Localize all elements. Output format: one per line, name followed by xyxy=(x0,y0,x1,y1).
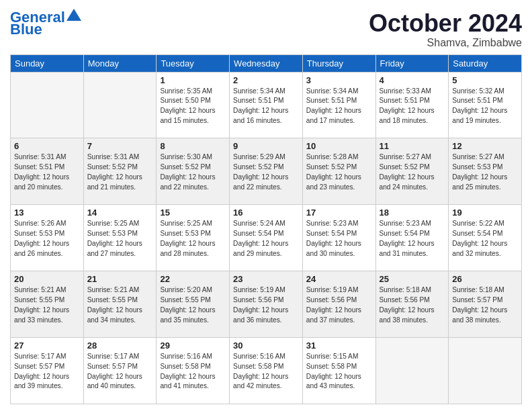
calendar-day-cell: 29Sunrise: 5:16 AMSunset: 5:58 PMDayligh… xyxy=(157,338,230,404)
day-number: 23 xyxy=(233,274,299,284)
day-number: 5 xyxy=(452,75,518,85)
day-info: Sunrise: 5:28 AMSunset: 5:52 PMDaylight:… xyxy=(306,152,372,192)
day-header-monday: Monday xyxy=(83,54,157,72)
calendar-day-cell: 13Sunrise: 5:26 AMSunset: 5:53 PMDayligh… xyxy=(11,205,84,271)
calendar-day-cell: 28Sunrise: 5:17 AMSunset: 5:57 PMDayligh… xyxy=(83,338,157,404)
day-info: Sunrise: 5:20 AMSunset: 5:55 PMDaylight:… xyxy=(160,285,226,325)
calendar-day-cell: 21Sunrise: 5:21 AMSunset: 5:55 PMDayligh… xyxy=(83,271,157,338)
day-number: 24 xyxy=(306,274,372,284)
day-info: Sunrise: 5:30 AMSunset: 5:52 PMDaylight:… xyxy=(160,152,226,192)
day-number: 16 xyxy=(233,208,299,218)
day-info: Sunrise: 5:25 AMSunset: 5:53 PMDaylight:… xyxy=(160,219,226,259)
calendar-table: SundayMondayTuesdayWednesdayThursdayFrid… xyxy=(10,54,522,404)
calendar-day-cell: 12Sunrise: 5:27 AMSunset: 5:53 PMDayligh… xyxy=(449,138,522,205)
day-number: 12 xyxy=(452,141,518,151)
title-area: October 2024 Shamva, Zimbabwe xyxy=(369,10,522,49)
calendar-day-cell: 11Sunrise: 5:27 AMSunset: 5:52 PMDayligh… xyxy=(375,138,449,205)
calendar-day-cell: 6Sunrise: 5:31 AMSunset: 5:51 PMDaylight… xyxy=(11,138,84,205)
calendar-day-cell: 23Sunrise: 5:19 AMSunset: 5:56 PMDayligh… xyxy=(230,271,303,338)
calendar-header-row: SundayMondayTuesdayWednesdayThursdayFrid… xyxy=(11,54,522,72)
day-info: Sunrise: 5:16 AMSunset: 5:58 PMDaylight:… xyxy=(233,352,299,392)
calendar-day-cell: 14Sunrise: 5:25 AMSunset: 5:53 PMDayligh… xyxy=(83,205,157,271)
day-number: 20 xyxy=(14,274,80,284)
day-info: Sunrise: 5:21 AMSunset: 5:55 PMDaylight:… xyxy=(87,285,153,325)
day-info: Sunrise: 5:27 AMSunset: 5:52 PMDaylight:… xyxy=(380,152,445,192)
day-number: 6 xyxy=(14,141,80,151)
day-info: Sunrise: 5:16 AMSunset: 5:58 PMDaylight:… xyxy=(160,352,226,392)
svg-marker-0 xyxy=(66,9,81,21)
calendar-day-cell: 2Sunrise: 5:34 AMSunset: 5:51 PMDaylight… xyxy=(230,72,303,138)
header: General Blue October 2024 Shamva, Zimbab… xyxy=(10,10,522,49)
day-number: 30 xyxy=(233,340,299,351)
location-subtitle: Shamva, Zimbabwe xyxy=(369,37,522,49)
calendar-day-cell: 10Sunrise: 5:28 AMSunset: 5:52 PMDayligh… xyxy=(302,138,375,205)
calendar-day-cell: 9Sunrise: 5:29 AMSunset: 5:52 PMDaylight… xyxy=(230,138,303,205)
day-info: Sunrise: 5:34 AMSunset: 5:51 PMDaylight:… xyxy=(233,87,299,126)
day-info: Sunrise: 5:29 AMSunset: 5:52 PMDaylight:… xyxy=(233,152,299,192)
day-info: Sunrise: 5:31 AMSunset: 5:52 PMDaylight:… xyxy=(87,152,153,192)
day-info: Sunrise: 5:34 AMSunset: 5:51 PMDaylight:… xyxy=(306,87,372,126)
day-info: Sunrise: 5:25 AMSunset: 5:53 PMDaylight:… xyxy=(87,219,153,259)
page: General Blue October 2024 Shamva, Zimbab… xyxy=(0,0,532,411)
calendar-day-cell xyxy=(375,338,449,404)
day-number: 19 xyxy=(452,208,518,218)
day-number: 29 xyxy=(160,340,226,351)
day-number: 3 xyxy=(306,75,372,85)
month-title: October 2024 xyxy=(369,10,522,37)
day-info: Sunrise: 5:24 AMSunset: 5:54 PMDaylight:… xyxy=(233,219,299,259)
day-number: 17 xyxy=(306,208,372,218)
day-info: Sunrise: 5:21 AMSunset: 5:55 PMDaylight:… xyxy=(14,285,80,325)
calendar-day-cell: 19Sunrise: 5:22 AMSunset: 5:54 PMDayligh… xyxy=(449,205,522,271)
logo: General Blue xyxy=(10,10,81,37)
calendar-week-row: 1Sunrise: 5:35 AMSunset: 5:50 PMDaylight… xyxy=(11,72,522,138)
calendar-day-cell xyxy=(83,72,157,138)
calendar-day-cell: 5Sunrise: 5:32 AMSunset: 5:51 PMDaylight… xyxy=(449,72,522,138)
day-info: Sunrise: 5:15 AMSunset: 5:58 PMDaylight:… xyxy=(306,352,372,392)
day-number: 11 xyxy=(380,141,445,151)
calendar-day-cell xyxy=(449,338,522,404)
day-number: 27 xyxy=(14,340,80,351)
day-number: 28 xyxy=(87,340,153,351)
day-info: Sunrise: 5:35 AMSunset: 5:50 PMDaylight:… xyxy=(160,87,226,126)
day-info: Sunrise: 5:18 AMSunset: 5:57 PMDaylight:… xyxy=(452,285,518,325)
calendar-week-row: 6Sunrise: 5:31 AMSunset: 5:51 PMDaylight… xyxy=(11,138,522,205)
calendar-day-cell: 24Sunrise: 5:19 AMSunset: 5:56 PMDayligh… xyxy=(302,271,375,338)
day-number: 14 xyxy=(87,208,153,218)
day-number: 1 xyxy=(160,75,226,85)
day-info: Sunrise: 5:17 AMSunset: 5:57 PMDaylight:… xyxy=(87,352,153,392)
calendar-day-cell: 4Sunrise: 5:33 AMSunset: 5:51 PMDaylight… xyxy=(375,72,449,138)
calendar-week-row: 20Sunrise: 5:21 AMSunset: 5:55 PMDayligh… xyxy=(11,271,522,338)
day-number: 10 xyxy=(306,141,372,151)
logo-blue-text: Blue xyxy=(10,21,42,38)
day-info: Sunrise: 5:23 AMSunset: 5:54 PMDaylight:… xyxy=(380,219,445,259)
calendar-day-cell: 8Sunrise: 5:30 AMSunset: 5:52 PMDaylight… xyxy=(157,138,230,205)
day-header-sunday: Sunday xyxy=(11,54,84,72)
day-number: 7 xyxy=(87,141,153,151)
day-number: 31 xyxy=(306,340,372,351)
day-number: 25 xyxy=(380,274,445,284)
day-info: Sunrise: 5:27 AMSunset: 5:53 PMDaylight:… xyxy=(452,152,518,192)
calendar-day-cell: 31Sunrise: 5:15 AMSunset: 5:58 PMDayligh… xyxy=(302,338,375,404)
day-info: Sunrise: 5:26 AMSunset: 5:53 PMDaylight:… xyxy=(14,219,80,259)
day-header-friday: Friday xyxy=(375,54,449,72)
calendar-day-cell: 20Sunrise: 5:21 AMSunset: 5:55 PMDayligh… xyxy=(11,271,84,338)
calendar-day-cell: 17Sunrise: 5:23 AMSunset: 5:54 PMDayligh… xyxy=(302,205,375,271)
calendar-day-cell xyxy=(11,72,84,138)
day-header-tuesday: Tuesday xyxy=(157,54,230,72)
day-number: 9 xyxy=(233,141,299,151)
day-header-saturday: Saturday xyxy=(449,54,522,72)
day-header-thursday: Thursday xyxy=(302,54,375,72)
day-number: 15 xyxy=(160,208,226,218)
day-number: 4 xyxy=(380,75,445,85)
day-info: Sunrise: 5:22 AMSunset: 5:54 PMDaylight:… xyxy=(452,219,518,259)
day-number: 2 xyxy=(233,75,299,85)
calendar-day-cell: 27Sunrise: 5:17 AMSunset: 5:57 PMDayligh… xyxy=(11,338,84,404)
day-info: Sunrise: 5:17 AMSunset: 5:57 PMDaylight:… xyxy=(14,352,80,392)
day-info: Sunrise: 5:31 AMSunset: 5:51 PMDaylight:… xyxy=(14,152,80,192)
logo-icon xyxy=(66,9,81,21)
day-number: 21 xyxy=(87,274,153,284)
calendar-day-cell: 1Sunrise: 5:35 AMSunset: 5:50 PMDaylight… xyxy=(157,72,230,138)
calendar-week-row: 13Sunrise: 5:26 AMSunset: 5:53 PMDayligh… xyxy=(11,205,522,271)
calendar-day-cell: 25Sunrise: 5:18 AMSunset: 5:56 PMDayligh… xyxy=(375,271,449,338)
day-number: 13 xyxy=(14,208,80,218)
